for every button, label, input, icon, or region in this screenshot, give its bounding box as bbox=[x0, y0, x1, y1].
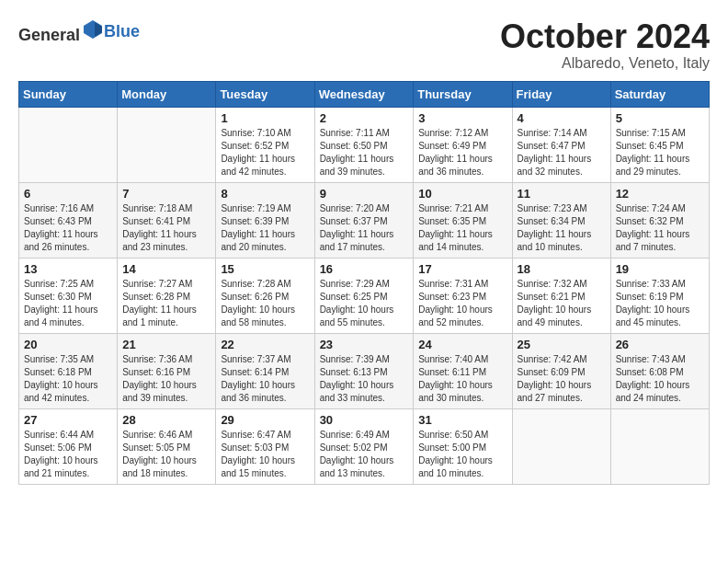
calendar-cell: 21Sunrise: 7:36 AMSunset: 6:16 PMDayligh… bbox=[118, 333, 216, 408]
day-info: Sunrise: 7:16 AMSunset: 6:43 PMDaylight:… bbox=[24, 202, 112, 254]
month-title: October 2024 bbox=[500, 18, 710, 55]
day-number: 13 bbox=[24, 262, 112, 276]
calendar-cell: 8Sunrise: 7:19 AMSunset: 6:39 PMDaylight… bbox=[216, 182, 314, 258]
calendar-cell: 14Sunrise: 7:27 AMSunset: 6:28 PMDayligh… bbox=[118, 258, 216, 333]
subtitle: Albaredo, Veneto, Italy bbox=[500, 55, 710, 72]
weekday-header-saturday: Saturday bbox=[610, 81, 709, 107]
calendar-cell: 27Sunrise: 6:44 AMSunset: 5:06 PMDayligh… bbox=[19, 408, 118, 484]
day-number: 5 bbox=[616, 111, 704, 125]
day-info: Sunrise: 7:11 AMSunset: 6:50 PMDaylight:… bbox=[320, 127, 409, 178]
week-row-3: 13Sunrise: 7:25 AMSunset: 6:30 PMDayligh… bbox=[19, 258, 710, 333]
calendar-cell: 1Sunrise: 7:10 AMSunset: 6:52 PMDaylight… bbox=[216, 107, 314, 182]
week-row-5: 27Sunrise: 6:44 AMSunset: 5:06 PMDayligh… bbox=[19, 408, 710, 484]
day-info: Sunrise: 6:47 AMSunset: 5:03 PMDaylight:… bbox=[221, 429, 309, 480]
day-info: Sunrise: 7:31 AMSunset: 6:23 PMDaylight:… bbox=[418, 278, 506, 329]
day-number: 21 bbox=[122, 338, 210, 351]
day-info: Sunrise: 7:42 AMSunset: 6:09 PMDaylight:… bbox=[518, 353, 606, 405]
day-number: 1 bbox=[221, 111, 309, 125]
day-number: 20 bbox=[24, 338, 112, 351]
week-row-2: 6Sunrise: 7:16 AMSunset: 6:43 PMDaylight… bbox=[19, 182, 710, 258]
calendar-cell: 13Sunrise: 7:25 AMSunset: 6:30 PMDayligh… bbox=[19, 258, 118, 333]
day-number: 27 bbox=[24, 413, 112, 427]
calendar-cell: 23Sunrise: 7:39 AMSunset: 6:13 PMDayligh… bbox=[314, 333, 414, 408]
day-info: Sunrise: 7:10 AMSunset: 6:52 PMDaylight:… bbox=[221, 127, 309, 178]
day-number: 25 bbox=[518, 338, 606, 351]
day-info: Sunrise: 7:21 AMSunset: 6:35 PMDaylight:… bbox=[418, 202, 506, 254]
day-info: Sunrise: 7:36 AMSunset: 6:16 PMDaylight:… bbox=[122, 353, 210, 405]
day-info: Sunrise: 7:28 AMSunset: 6:26 PMDaylight:… bbox=[221, 278, 309, 329]
calendar-cell: 10Sunrise: 7:21 AMSunset: 6:35 PMDayligh… bbox=[414, 182, 512, 258]
day-info: Sunrise: 7:37 AMSunset: 6:14 PMDaylight:… bbox=[221, 353, 309, 405]
day-number: 3 bbox=[418, 111, 506, 125]
calendar-cell: 3Sunrise: 7:12 AMSunset: 6:49 PMDaylight… bbox=[414, 107, 512, 182]
calendar-cell: 2Sunrise: 7:11 AMSunset: 6:50 PMDaylight… bbox=[314, 107, 414, 182]
day-number: 11 bbox=[518, 187, 606, 201]
day-info: Sunrise: 6:50 AMSunset: 5:00 PMDaylight:… bbox=[418, 429, 506, 480]
calendar-cell: 22Sunrise: 7:37 AMSunset: 6:14 PMDayligh… bbox=[216, 333, 314, 408]
calendar-cell: 24Sunrise: 7:40 AMSunset: 6:11 PMDayligh… bbox=[414, 333, 512, 408]
day-number: 4 bbox=[518, 111, 606, 125]
day-info: Sunrise: 7:19 AMSunset: 6:39 PMDaylight:… bbox=[221, 202, 309, 254]
day-number: 24 bbox=[418, 338, 506, 351]
day-number: 6 bbox=[24, 187, 112, 201]
day-info: Sunrise: 6:49 AMSunset: 5:02 PMDaylight:… bbox=[320, 429, 409, 480]
day-info: Sunrise: 6:44 AMSunset: 5:06 PMDaylight:… bbox=[24, 429, 112, 480]
calendar-cell: 7Sunrise: 7:18 AMSunset: 6:41 PMDaylight… bbox=[118, 182, 216, 258]
day-number: 8 bbox=[221, 187, 309, 201]
day-number: 26 bbox=[616, 338, 704, 351]
calendar-cell bbox=[118, 107, 216, 182]
calendar-cell: 4Sunrise: 7:14 AMSunset: 6:47 PMDaylight… bbox=[512, 107, 610, 182]
day-info: Sunrise: 7:12 AMSunset: 6:49 PMDaylight:… bbox=[418, 127, 506, 178]
calendar-cell: 28Sunrise: 6:46 AMSunset: 5:05 PMDayligh… bbox=[118, 408, 216, 484]
calendar-cell: 11Sunrise: 7:23 AMSunset: 6:34 PMDayligh… bbox=[512, 182, 610, 258]
week-row-1: 1Sunrise: 7:10 AMSunset: 6:52 PMDaylight… bbox=[19, 107, 710, 182]
day-info: Sunrise: 7:33 AMSunset: 6:19 PMDaylight:… bbox=[616, 278, 704, 329]
calendar-cell: 29Sunrise: 6:47 AMSunset: 5:03 PMDayligh… bbox=[216, 408, 314, 484]
weekday-header-thursday: Thursday bbox=[414, 81, 512, 107]
day-number: 14 bbox=[122, 262, 210, 276]
calendar-cell: 20Sunrise: 7:35 AMSunset: 6:18 PMDayligh… bbox=[19, 333, 118, 408]
day-number: 7 bbox=[122, 187, 210, 201]
logo: General Blue bbox=[18, 18, 140, 45]
calendar-cell: 30Sunrise: 6:49 AMSunset: 5:02 PMDayligh… bbox=[314, 408, 414, 484]
day-number: 9 bbox=[320, 187, 409, 201]
calendar-cell: 5Sunrise: 7:15 AMSunset: 6:45 PMDaylight… bbox=[610, 107, 709, 182]
calendar-cell: 31Sunrise: 6:50 AMSunset: 5:00 PMDayligh… bbox=[414, 408, 512, 484]
day-info: Sunrise: 7:15 AMSunset: 6:45 PMDaylight:… bbox=[616, 127, 704, 178]
day-number: 22 bbox=[221, 338, 309, 351]
day-info: Sunrise: 7:20 AMSunset: 6:37 PMDaylight:… bbox=[320, 202, 409, 254]
day-info: Sunrise: 7:14 AMSunset: 6:47 PMDaylight:… bbox=[518, 127, 606, 178]
calendar-cell: 25Sunrise: 7:42 AMSunset: 6:09 PMDayligh… bbox=[512, 333, 610, 408]
day-info: Sunrise: 7:40 AMSunset: 6:11 PMDaylight:… bbox=[418, 353, 506, 405]
calendar-cell bbox=[512, 408, 610, 484]
calendar-cell: 9Sunrise: 7:20 AMSunset: 6:37 PMDaylight… bbox=[314, 182, 414, 258]
header: General Blue October 2024 Albaredo, Vene… bbox=[18, 18, 710, 72]
calendar-cell: 26Sunrise: 7:43 AMSunset: 6:08 PMDayligh… bbox=[610, 333, 709, 408]
calendar: SundayMondayTuesdayWednesdayThursdayFrid… bbox=[18, 81, 710, 485]
calendar-cell: 16Sunrise: 7:29 AMSunset: 6:25 PMDayligh… bbox=[314, 258, 414, 333]
day-info: Sunrise: 7:18 AMSunset: 6:41 PMDaylight:… bbox=[122, 202, 210, 254]
day-number: 17 bbox=[418, 262, 506, 276]
logo-blue: Blue bbox=[104, 22, 140, 40]
day-number: 16 bbox=[320, 262, 409, 276]
day-number: 29 bbox=[221, 413, 309, 427]
title-area: October 2024 Albaredo, Veneto, Italy bbox=[500, 18, 710, 72]
day-number: 19 bbox=[616, 262, 704, 276]
day-info: Sunrise: 7:29 AMSunset: 6:25 PMDaylight:… bbox=[320, 278, 409, 329]
calendar-cell: 18Sunrise: 7:32 AMSunset: 6:21 PMDayligh… bbox=[512, 258, 610, 333]
weekday-header-wednesday: Wednesday bbox=[314, 81, 414, 107]
weekday-header-row: SundayMondayTuesdayWednesdayThursdayFrid… bbox=[19, 81, 710, 107]
day-info: Sunrise: 7:43 AMSunset: 6:08 PMDaylight:… bbox=[616, 353, 704, 405]
day-number: 2 bbox=[320, 111, 409, 125]
weekday-header-friday: Friday bbox=[512, 81, 610, 107]
day-info: Sunrise: 7:24 AMSunset: 6:32 PMDaylight:… bbox=[616, 202, 704, 254]
day-number: 31 bbox=[418, 413, 506, 427]
weekday-header-monday: Monday bbox=[118, 81, 216, 107]
weekday-header-tuesday: Tuesday bbox=[216, 81, 314, 107]
calendar-cell: 15Sunrise: 7:28 AMSunset: 6:26 PMDayligh… bbox=[216, 258, 314, 333]
day-number: 18 bbox=[518, 262, 606, 276]
weekday-header-sunday: Sunday bbox=[19, 81, 118, 107]
calendar-cell bbox=[610, 408, 709, 484]
day-info: Sunrise: 7:23 AMSunset: 6:34 PMDaylight:… bbox=[518, 202, 606, 254]
day-info: Sunrise: 6:46 AMSunset: 5:05 PMDaylight:… bbox=[122, 429, 210, 480]
